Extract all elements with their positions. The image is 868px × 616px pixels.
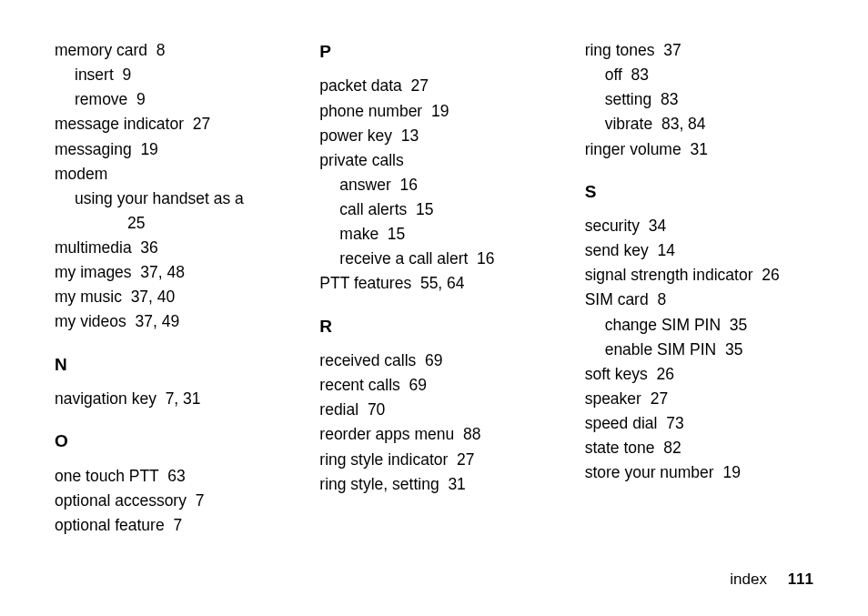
entry-term: my images [55, 263, 132, 281]
entry-term: private calls [319, 151, 403, 169]
entry-pages: 37, 49 [136, 312, 180, 330]
entry-term: messaging [55, 140, 132, 158]
entry-term: send key [585, 241, 649, 259]
entry-term: optional feature [55, 516, 165, 534]
entry-pages: 27 [193, 115, 210, 133]
entry-pages: 73 [666, 414, 683, 432]
index-entry: modem [55, 162, 283, 187]
entry-term: optional accessory [55, 491, 187, 510]
entry-term: received calls [319, 351, 416, 369]
entry-pages: 26 [656, 365, 673, 383]
entry-pages: 15 [416, 200, 433, 218]
entry-pages: 31 [690, 140, 707, 158]
index-entry: memory card 8 [55, 38, 283, 63]
index-subentry: call alerts 15 [319, 197, 548, 222]
entry-term: recent calls [319, 376, 400, 394]
entry-term: reorder apps menu [319, 425, 454, 443]
index-columns: memory card 8 insert 9 remove 9 message … [55, 38, 813, 538]
column-3: ring tones 37 off 83 setting 83 vibrate … [585, 38, 813, 538]
index-subentry: vibrate 83, 84 [585, 112, 813, 136]
entry-term: enable SIM PIN [605, 340, 717, 358]
page-footer: index 111 [730, 571, 813, 589]
entry-pages: 37, 48 [140, 263, 185, 281]
entry-term: remove [75, 90, 127, 108]
entry-pages: 9 [123, 66, 132, 84]
section-heading-p: P [319, 38, 548, 65]
section-heading-o: O [55, 428, 283, 454]
entry-term: navigation key [55, 389, 156, 408]
index-entry: private calls [319, 148, 548, 173]
entry-term: vibrate [605, 115, 653, 133]
entry-pages: 7 [196, 491, 205, 510]
footer-page-number: 111 [788, 571, 813, 588]
index-entry: packet data 27 [319, 74, 548, 98]
entry-pages: 70 [368, 400, 385, 419]
entry-pages: 13 [401, 126, 419, 145]
index-entry: messaging 19 [55, 137, 283, 162]
entry-pages: 83 [631, 66, 649, 84]
entry-pages: 19 [140, 140, 157, 158]
entry-term: make [339, 225, 378, 243]
section-heading-s: S [585, 178, 813, 205]
index-entry: state tone 82 [585, 436, 813, 460]
entry-pages: 55, 64 [420, 274, 465, 292]
entry-term: speed dial [585, 414, 658, 432]
entry-pages: 7, 31 [166, 389, 201, 408]
entry-term: answer [339, 176, 390, 194]
entry-pages: 15 [388, 225, 405, 243]
entry-term: modem [55, 165, 107, 183]
entry-pages: 37, 40 [131, 288, 176, 306]
entry-pages: 36 [140, 238, 157, 257]
entry-term: ring tones [585, 41, 655, 59]
index-entry: optional feature 7 [55, 513, 283, 538]
entry-pages: 19 [431, 102, 449, 120]
entry-term: ring style, setting [319, 475, 439, 493]
index-entry: my music 37, 40 [55, 285, 283, 309]
entry-pages: 69 [425, 351, 442, 369]
index-entry: one touch PTT 63 [55, 464, 283, 489]
entry-term: redial [319, 400, 358, 419]
entry-term: message indicator [55, 115, 184, 133]
entry-pages: 83 [661, 90, 678, 108]
entry-term: insert [75, 66, 114, 84]
entry-term: change SIM PIN [605, 316, 721, 334]
index-entry: speed dial 73 [585, 411, 813, 436]
index-entry: received calls 69 [319, 348, 548, 373]
index-subentry: setting 83 [585, 87, 813, 112]
index-entry: speaker 27 [585, 387, 813, 411]
index-subentry: make 15 [319, 222, 548, 247]
index-entry: power key 13 [319, 124, 548, 148]
index-entry: multimedia 36 [55, 236, 283, 260]
entry-term: my videos [55, 312, 126, 330]
index-entry: ring style indicator 27 [319, 448, 548, 472]
entry-pages: 26 [762, 266, 779, 284]
entry-term: signal strength indicator [585, 266, 753, 284]
entry-term: one touch PTT [55, 467, 158, 485]
index-subentry: receive a call alert 16 [319, 247, 548, 271]
entry-pages: 34 [649, 217, 666, 235]
index-entry: reorder apps menu 88 [319, 422, 548, 447]
entry-pages: 35 [725, 340, 742, 358]
index-subentry: off 83 [585, 63, 813, 87]
entry-pages: 8 [156, 41, 166, 59]
index-subentry: insert 9 [55, 63, 283, 87]
index-entry: navigation key 7, 31 [55, 387, 283, 411]
entry-pages: 82 [663, 439, 681, 457]
entry-pages: 16 [399, 176, 417, 194]
index-entry: PTT features 55, 64 [319, 271, 548, 296]
entry-term: call alerts [339, 200, 407, 218]
entry-pages: 27 [411, 76, 429, 95]
index-entry: message indicator 27 [55, 112, 283, 136]
entry-term: memory card [55, 41, 147, 59]
index-entry: redial 70 [319, 398, 548, 422]
index-entry: ring style, setting 31 [319, 472, 548, 497]
index-entry: optional accessory 7 [55, 489, 283, 513]
index-entry: ring tones 37 [585, 38, 813, 63]
index-entry: ringer volume 31 [585, 137, 813, 162]
entry-pages: 83, 84 [661, 115, 706, 133]
index-subentry: remove 9 [55, 87, 283, 112]
index-entry: my images 37, 48 [55, 260, 283, 285]
entry-pages: 69 [409, 376, 427, 394]
index-entry: my videos 37, 49 [55, 309, 283, 334]
entry-term: security [585, 217, 640, 235]
